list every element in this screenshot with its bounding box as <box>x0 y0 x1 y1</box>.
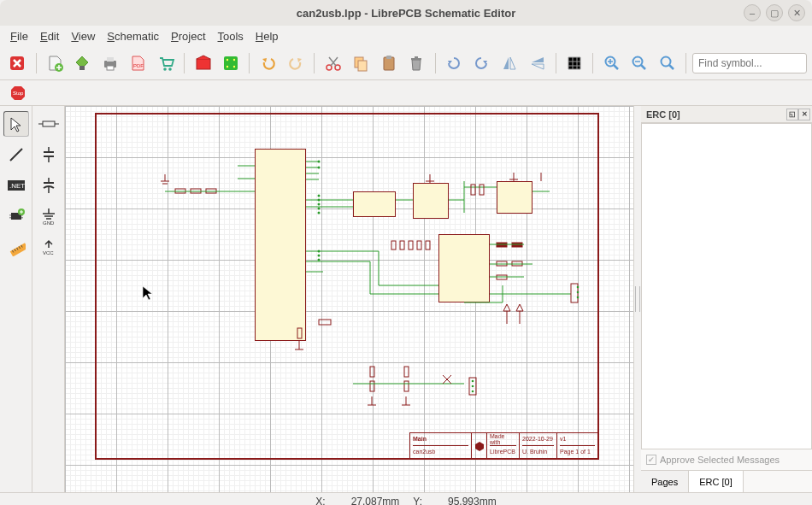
zoom-fit-icon <box>659 55 676 72</box>
select-tool[interactable] <box>3 111 29 137</box>
capacitor-symbol-button[interactable] <box>36 142 62 167</box>
order-pcb-button[interactable] <box>154 50 179 76</box>
approve-row: ✔ Approve Selected Messages <box>641 449 812 470</box>
resistor-symbol-button[interactable] <box>36 111 62 137</box>
redo-button[interactable] <box>284 50 309 76</box>
rotate-cw-button[interactable] <box>469 50 494 76</box>
panel-close-button[interactable]: ✕ <box>798 109 810 120</box>
svg-rect-5 <box>107 66 114 70</box>
svg-point-82 <box>318 199 321 202</box>
svg-rect-2 <box>79 66 85 70</box>
tab-pages[interactable]: Pages <box>641 471 689 492</box>
svg-rect-134 <box>404 381 409 391</box>
abort-button[interactable]: Stop <box>5 80 31 106</box>
approve-label: Approve Selected Messages <box>660 455 780 465</box>
cut-button[interactable] <box>321 50 345 76</box>
gnd-symbol-button[interactable]: GND <box>36 203 62 229</box>
svg-rect-18 <box>358 61 367 71</box>
cut-icon <box>324 54 343 73</box>
status-x-value: 27.087mm <box>351 496 400 506</box>
paste-button[interactable] <box>377 50 402 76</box>
trash-icon <box>407 54 426 73</box>
svg-point-126 <box>577 297 580 299</box>
erc-message-list[interactable] <box>641 123 812 449</box>
svg-point-142 <box>472 380 474 383</box>
resistor-icon <box>38 119 59 129</box>
svg-rect-106 <box>417 241 421 250</box>
tab-erc[interactable]: ERC [0] <box>689 471 744 492</box>
wire-tool[interactable] <box>3 142 29 167</box>
svg-point-12 <box>233 58 235 60</box>
add-component-tool[interactable] <box>3 203 29 229</box>
undo-button[interactable] <box>256 50 280 76</box>
svg-text:VCC: VCC <box>43 250 54 255</box>
svg-text:GND: GND <box>43 220 55 226</box>
new-sheet-button[interactable] <box>43 50 68 76</box>
svg-point-90 <box>318 167 321 169</box>
approve-checkbox[interactable]: ✔ <box>646 455 656 465</box>
tools-palette-2: GND VCC <box>32 106 65 492</box>
close-project-button[interactable] <box>5 50 30 76</box>
svg-point-143 <box>472 385 474 388</box>
svg-point-13 <box>227 65 228 67</box>
mirror-h-button[interactable] <box>497 50 522 76</box>
menu-view[interactable]: View <box>66 28 100 44</box>
svg-point-7 <box>163 68 167 71</box>
window-controls: – ▢ ✕ <box>744 4 805 21</box>
svg-point-86 <box>318 250 321 253</box>
zoom-in-icon <box>603 55 621 72</box>
cart-icon <box>156 54 175 73</box>
mirror-v-icon <box>529 55 546 72</box>
copy-button[interactable] <box>349 50 374 76</box>
zoom-out-icon <box>631 55 648 72</box>
find-symbol-input[interactable] <box>692 53 807 73</box>
menu-help[interactable]: Help <box>250 28 284 44</box>
netlabel-tool[interactable]: .NET <box>3 173 29 198</box>
menu-schematic[interactable]: Schematic <box>102 28 164 44</box>
export-pdf-button[interactable]: PDF <box>126 50 150 76</box>
capacitor-icon <box>40 147 57 162</box>
rotate-ccw-button[interactable] <box>442 50 467 76</box>
print-button[interactable] <box>98 50 123 76</box>
save-button[interactable] <box>70 50 95 76</box>
inductor-symbol-button[interactable] <box>36 173 62 198</box>
board-editor-button[interactable] <box>219 50 244 76</box>
svg-point-25 <box>661 56 670 66</box>
statusbar: X: 27.087mm Y: 95.993mm <box>0 492 812 505</box>
mirror-v-button[interactable] <box>525 50 550 76</box>
svg-point-81 <box>318 195 321 197</box>
erc-panel: ERC [0] ◱ ✕ ✔ Approve Selected Messages … <box>641 106 812 492</box>
menu-file[interactable]: File <box>5 28 33 44</box>
svg-rect-22 <box>415 56 418 58</box>
delete-button[interactable] <box>404 50 429 76</box>
svg-rect-133 <box>404 367 409 377</box>
measure-tool[interactable] <box>3 234 29 260</box>
erc-panel-title: ERC [0] <box>646 109 680 120</box>
minimize-button[interactable]: – <box>744 4 761 21</box>
chip-icon <box>7 207 26 226</box>
menu-edit[interactable]: Edit <box>35 28 64 44</box>
svg-text:PDF: PDF <box>133 63 144 68</box>
maximize-button[interactable]: ▢ <box>766 4 783 21</box>
svg-rect-10 <box>224 56 238 70</box>
zoom-fit-button[interactable] <box>655 50 680 76</box>
titlebar: can2usb.lpp - LibrePCB Schematic Editor … <box>0 0 812 26</box>
grid-button[interactable] <box>562 50 587 76</box>
title-block-main: Main <box>413 433 468 446</box>
schematic-editor-button[interactable] <box>191 50 215 76</box>
schematic-canvas[interactable]: Main can2usb Made with LibrePCB 2022-10-… <box>65 106 634 492</box>
svg-rect-105 <box>409 241 413 250</box>
svg-rect-130 <box>319 320 331 325</box>
menu-tools[interactable]: Tools <box>213 28 249 44</box>
zoom-out-button[interactable] <box>627 50 652 76</box>
zoom-in-button[interactable] <box>599 50 624 76</box>
svg-text:.NET: .NET <box>9 182 25 190</box>
splitter-handle[interactable] <box>634 106 641 492</box>
svg-rect-21 <box>411 58 421 60</box>
close-button[interactable]: ✕ <box>788 4 805 21</box>
mirror-h-icon <box>501 55 518 72</box>
vcc-symbol-button[interactable]: VCC <box>36 234 62 260</box>
svg-rect-104 <box>400 241 404 250</box>
panel-float-button[interactable]: ◱ <box>786 109 798 120</box>
menu-project[interactable]: Project <box>166 28 210 44</box>
